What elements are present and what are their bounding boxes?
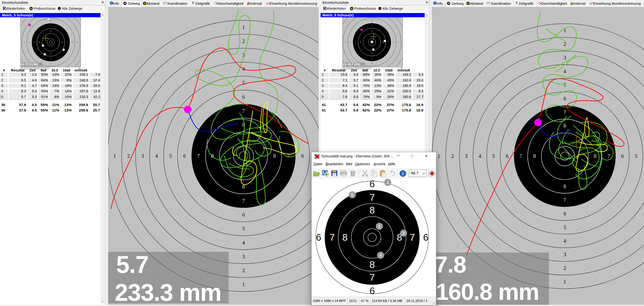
svg-text:6: 6: [372, 62, 372, 65]
svg-text:8: 8: [342, 232, 347, 243]
svg-text:6: 6: [301, 153, 304, 159]
svg-text:5: 5: [351, 192, 354, 197]
svg-text:2: 2: [127, 153, 130, 159]
svg-text:1: 1: [564, 279, 566, 285]
svg-text:8: 8: [273, 153, 276, 159]
svg-text:5: 5: [24, 41, 24, 43]
svg-text:4: 4: [242, 240, 245, 246]
svg-text:i: i: [435, 2, 435, 4]
svg-text:6: 6: [50, 20, 51, 22]
svg-text:2: 2: [242, 38, 245, 44]
svg-text:2: 2: [564, 41, 566, 47]
svg-text:5: 5: [492, 153, 495, 159]
svg-text:5: 5: [635, 153, 638, 159]
svg-text:7: 7: [372, 57, 372, 59]
svg-text:5: 5: [242, 80, 245, 86]
svg-text:8: 8: [533, 153, 536, 159]
svg-text:i: i: [111, 2, 112, 4]
svg-text:3: 3: [141, 153, 144, 159]
svg-text:7: 7: [50, 25, 51, 27]
svg-text:6: 6: [242, 212, 245, 218]
svg-text:8: 8: [50, 30, 51, 32]
svg-text:1: 1: [242, 281, 245, 287]
svg-text:6: 6: [50, 63, 51, 65]
svg-text:6: 6: [564, 96, 566, 102]
svg-text:7: 7: [197, 153, 200, 159]
svg-text:6: 6: [370, 286, 375, 296]
svg-text:6: 6: [393, 41, 394, 43]
svg-text:5: 5: [345, 41, 346, 43]
svg-text:8: 8: [50, 52, 51, 55]
svg-text:5: 5: [77, 41, 78, 43]
svg-text:8: 8: [370, 259, 375, 270]
svg-text:7: 7: [372, 25, 372, 27]
svg-text:8: 8: [372, 30, 372, 32]
svg-text:6: 6: [72, 41, 73, 43]
svg-text:2: 2: [451, 153, 454, 159]
svg-text:4: 4: [564, 68, 566, 74]
svg-text:8: 8: [62, 41, 62, 43]
svg-text:8: 8: [564, 183, 566, 189]
svg-text:2: 2: [564, 265, 566, 271]
svg-text:7: 7: [67, 41, 68, 43]
svg-text:6: 6: [350, 41, 351, 43]
svg-text:6: 6: [564, 211, 566, 217]
svg-text:2: 2: [386, 180, 389, 185]
svg-text:6: 6: [242, 94, 245, 100]
svg-text:6: 6: [183, 153, 186, 159]
svg-text:i: i: [402, 171, 403, 176]
svg-text:7: 7: [370, 192, 375, 203]
svg-text:7: 7: [34, 41, 34, 43]
svg-text:7: 7: [370, 272, 375, 283]
svg-text:3: 3: [564, 252, 566, 258]
svg-text:1: 1: [438, 153, 440, 159]
svg-text:7: 7: [329, 232, 334, 243]
svg-text:6: 6: [316, 232, 321, 243]
svg-text:6: 6: [29, 41, 30, 43]
svg-text:4: 4: [478, 153, 481, 159]
svg-text:7: 7: [50, 57, 51, 60]
svg-text:4: 4: [564, 238, 566, 244]
svg-text:5: 5: [398, 41, 399, 43]
svg-text:6: 6: [423, 232, 428, 243]
svg-text:8: 8: [372, 52, 372, 54]
svg-text:7: 7: [388, 41, 389, 43]
svg-text:8: 8: [360, 41, 361, 43]
svg-text:3: 3: [564, 55, 566, 61]
svg-text:8: 8: [39, 41, 40, 43]
svg-text:3: 3: [402, 231, 405, 236]
svg-text:7: 7: [242, 108, 245, 114]
svg-text:6: 6: [370, 179, 375, 189]
svg-text:7: 7: [608, 153, 610, 159]
svg-text:7: 7: [520, 153, 522, 159]
svg-text:8: 8: [564, 123, 566, 129]
svg-text:3: 3: [465, 153, 468, 159]
svg-text:6: 6: [372, 19, 372, 21]
svg-text:7: 7: [410, 232, 415, 243]
svg-text:1: 1: [113, 153, 116, 159]
svg-text:4: 4: [380, 253, 382, 258]
svg-text:5: 5: [169, 153, 172, 159]
svg-text:1: 1: [242, 24, 245, 30]
svg-text:8: 8: [370, 205, 375, 215]
svg-text:7: 7: [242, 198, 245, 204]
svg-text:3: 3: [242, 254, 245, 260]
svg-text:7: 7: [287, 153, 290, 159]
svg-text:1: 1: [378, 224, 381, 229]
svg-text:4: 4: [155, 153, 158, 159]
svg-text:5: 5: [242, 226, 245, 232]
svg-text:2: 2: [242, 267, 245, 273]
svg-text:7: 7: [564, 197, 566, 203]
svg-text:5: 5: [564, 224, 566, 230]
svg-text:6: 6: [621, 153, 624, 159]
svg-text:8: 8: [383, 41, 384, 43]
svg-text:7: 7: [564, 109, 566, 115]
svg-text:7: 7: [355, 41, 356, 43]
svg-text:6: 6: [506, 153, 508, 159]
svg-text:8: 8: [594, 153, 596, 159]
